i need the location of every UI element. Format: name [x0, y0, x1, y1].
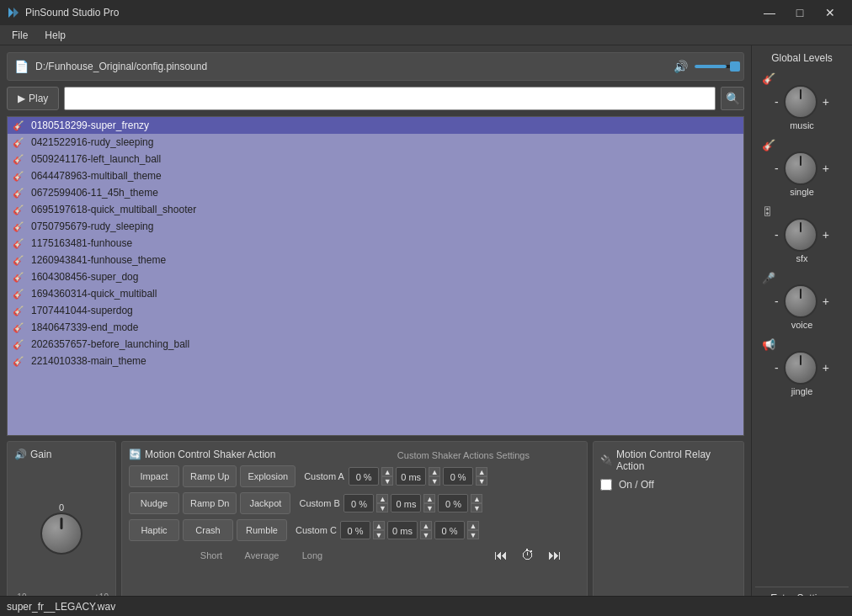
- level-voice: 🎤 - + voice: [755, 272, 849, 330]
- relay-checkbox[interactable]: [600, 479, 612, 491]
- maximize-button[interactable]: □: [785, 0, 815, 25]
- menu-help[interactable]: Help: [36, 28, 74, 43]
- volume-fill: [695, 65, 727, 68]
- track-icon: 🎸: [13, 137, 24, 148]
- track-icon: 🎸: [13, 171, 24, 182]
- custom-a-ms-up[interactable]: ▲: [429, 467, 440, 476]
- custom-b-ms-down[interactable]: ▼: [423, 503, 435, 512]
- single-minus[interactable]: -: [773, 162, 780, 175]
- voice-minus[interactable]: -: [773, 295, 780, 308]
- single-knob[interactable]: [784, 151, 817, 185]
- music-minus[interactable]: -: [773, 95, 780, 109]
- custom-b-pct1-up[interactable]: ▲: [376, 494, 388, 503]
- track-item[interactable]: 🎸2026357657-before_launching_ball: [8, 336, 743, 353]
- explosion-button[interactable]: Explosion: [240, 465, 296, 487]
- search-input[interactable]: [64, 87, 716, 110]
- track-item[interactable]: 🎸1260943841-funhouse_theme: [8, 252, 743, 268]
- relay-title: Motion Control Relay Action: [616, 449, 737, 472]
- bottom-panel: 🔊 Gain 0 -10 +10 🔄 Motion Control Sh: [7, 441, 744, 609]
- search-button[interactable]: 🔍: [721, 87, 744, 110]
- shaker-header: 🔄 Motion Control Shaker Action: [129, 449, 275, 460]
- custom-b-pct2-down[interactable]: ▼: [471, 503, 482, 512]
- play-button[interactable]: ▶ Play: [7, 87, 59, 110]
- rampdn-button[interactable]: Ramp Dn: [183, 492, 237, 514]
- level-jingle: 📢 - + jingle: [755, 338, 849, 396]
- menu-file[interactable]: File: [3, 28, 36, 43]
- custom-a-pct2-down[interactable]: ▼: [476, 476, 487, 486]
- crash-button[interactable]: Crash: [183, 519, 233, 541]
- volume-slider[interactable]: [695, 65, 737, 68]
- track-list[interactable]: 🎸0180518299-super_frenzy🎸0421522916-rudy…: [7, 116, 744, 436]
- sfx-plus[interactable]: +: [821, 228, 831, 242]
- single-plus[interactable]: +: [821, 162, 831, 175]
- single-knob-row: - +: [773, 151, 831, 185]
- custom-c-ms: 0 ms: [387, 521, 418, 539]
- custom-a-pct1-up[interactable]: ▲: [381, 467, 393, 476]
- volume-bar: [695, 65, 737, 68]
- track-item[interactable]: 🎸1604308456-super_dog: [8, 268, 743, 285]
- prev-button[interactable]: ⏮: [493, 546, 509, 565]
- global-levels-title: Global Levels: [755, 52, 849, 64]
- track-item[interactable]: 🎸1840647339-end_mode: [8, 319, 743, 336]
- volume-thumb[interactable]: [730, 61, 740, 72]
- custom-c-ms-up[interactable]: ▲: [420, 521, 432, 530]
- track-item[interactable]: 🎸2214010338-main_theme: [8, 353, 743, 369]
- custom-settings-label: Custom Shaker Actions Settings: [397, 450, 530, 460]
- voice-knob[interactable]: [784, 284, 817, 318]
- custom-a-label: Custom A: [304, 471, 346, 481]
- track-item[interactable]: 🎸0672599406-11_45h_theme: [8, 184, 743, 201]
- impact-button[interactable]: Impact: [129, 465, 179, 487]
- voice-icon: 🎤: [762, 272, 775, 284]
- custom-b-pct1: 0 %: [343, 494, 374, 512]
- level-single: 🎸 - + single: [755, 139, 849, 197]
- voice-plus[interactable]: +: [821, 295, 831, 308]
- status-text: super_fr__LEGACY.wav: [7, 601, 115, 613]
- custom-c-pct2-down[interactable]: ▼: [467, 530, 479, 539]
- next-button[interactable]: ⏭: [546, 546, 563, 565]
- custom-a-ms-down[interactable]: ▼: [429, 476, 440, 486]
- custom-c-pct2-up[interactable]: ▲: [467, 521, 479, 530]
- sfx-knob[interactable]: [784, 218, 817, 252]
- jingle-minus[interactable]: -: [773, 361, 780, 374]
- track-item[interactable]: 🎸0180518299-super_frenzy: [8, 117, 743, 134]
- jackpot-button[interactable]: Jackpot: [240, 492, 290, 514]
- nudge-button[interactable]: Nudge: [129, 492, 179, 514]
- track-item[interactable]: 🎸0695197618-quick_multiball_shooter: [8, 201, 743, 218]
- relay-section: 🔌 Motion Control Relay Action On / Off: [593, 441, 744, 609]
- custom-b-pct2-up[interactable]: ▲: [471, 494, 482, 503]
- track-item[interactable]: 🎸1707441044-superdog: [8, 302, 743, 319]
- minimize-button[interactable]: —: [754, 0, 785, 25]
- custom-a-pct2-spinners: ▲ ▼: [476, 467, 487, 486]
- custom-c-ms-down[interactable]: ▼: [420, 530, 432, 539]
- custom-a-pct1-spinners: ▲ ▼: [381, 467, 393, 486]
- track-item[interactable]: 🎸0750795679-rudy_sleeping: [8, 218, 743, 235]
- jingle-plus[interactable]: +: [821, 361, 831, 374]
- rumble-button[interactable]: Rumble: [237, 519, 287, 541]
- custom-b-ms-up[interactable]: ▲: [423, 494, 435, 503]
- track-name: 2214010338-main_theme: [31, 355, 146, 367]
- custom-a-pct1-down[interactable]: ▼: [381, 476, 393, 486]
- music-knob[interactable]: [784, 85, 817, 119]
- track-item[interactable]: 🎸0509241176-left_launch_ball: [8, 151, 743, 167]
- custom-b-pct1-down[interactable]: ▼: [376, 503, 388, 512]
- custom-c-pct2-spinners: ▲ ▼: [467, 521, 479, 539]
- sfx-minus[interactable]: -: [773, 228, 780, 242]
- jingle-knob[interactable]: [784, 351, 817, 385]
- stop-button[interactable]: ⏱: [519, 546, 536, 565]
- track-item[interactable]: 🎸0421522916-rudy_sleeping: [8, 134, 743, 151]
- rampup-button[interactable]: Ramp Up: [183, 465, 237, 487]
- track-item[interactable]: 🎸0644478963-multiball_theme: [8, 167, 743, 184]
- haptic-button[interactable]: Haptic: [129, 519, 179, 541]
- statusbar: super_fr__LEGACY.wav: [0, 596, 852, 616]
- custom-a-pct2-up[interactable]: ▲: [476, 467, 487, 476]
- custom-c-pct1-up[interactable]: ▲: [373, 521, 385, 530]
- track-icon: 🎸: [13, 272, 24, 283]
- close-button[interactable]: ✕: [815, 0, 845, 25]
- gain-knob[interactable]: [40, 512, 83, 555]
- custom-c-pct1-down[interactable]: ▼: [373, 530, 385, 539]
- track-icon: 🎸: [13, 204, 24, 215]
- music-plus[interactable]: +: [821, 95, 831, 109]
- titlebar: PinSound Studio Pro — □ ✕: [0, 0, 852, 25]
- track-item[interactable]: 🎸1175163481-funhouse: [8, 235, 743, 252]
- track-item[interactable]: 🎸1694360314-quick_multiball: [8, 285, 743, 302]
